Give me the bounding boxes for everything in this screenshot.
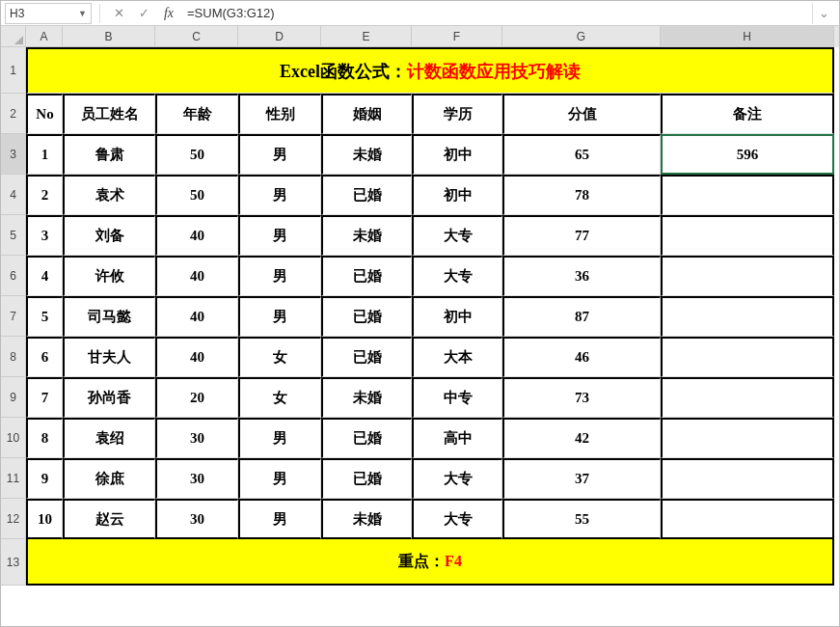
data-cell[interactable]: 78 (502, 175, 661, 215)
column-header-E[interactable]: E (321, 26, 412, 47)
data-cell[interactable]: 40 (155, 256, 238, 296)
data-cell[interactable]: 5 (26, 296, 63, 337)
data-cell[interactable]: 已婚 (321, 418, 412, 458)
data-cell[interactable]: 37 (502, 458, 661, 499)
data-cell[interactable]: 男 (238, 458, 321, 499)
data-cell[interactable]: 已婚 (321, 458, 412, 499)
data-cell[interactable]: 3 (26, 215, 63, 256)
data-cell[interactable]: 46 (502, 337, 661, 377)
data-cell[interactable]: 30 (155, 418, 238, 458)
data-cell[interactable] (661, 418, 834, 458)
data-cell[interactable]: 8 (26, 418, 63, 458)
data-cell[interactable]: 已婚 (321, 256, 412, 296)
data-cell[interactable]: 未婚 (321, 377, 412, 418)
data-cell[interactable]: 司马懿 (63, 296, 155, 337)
data-cell[interactable]: 赵云 (63, 499, 155, 539)
data-cell[interactable]: 中专 (412, 377, 502, 418)
row-header-2[interactable]: 2 (1, 94, 26, 134)
data-cell[interactable]: 袁绍 (63, 418, 155, 458)
data-cell[interactable]: 袁术 (63, 175, 155, 215)
expand-formula-bar-icon[interactable]: ⌄ (812, 3, 835, 24)
data-cell[interactable]: 4 (26, 256, 63, 296)
row-header-9[interactable]: 9 (1, 377, 26, 418)
data-cell[interactable]: 男 (238, 134, 321, 175)
footer-cell[interactable]: 重点：F4 (26, 539, 834, 586)
data-cell[interactable]: 50 (155, 134, 238, 175)
data-cell[interactable]: 徐庶 (63, 458, 155, 499)
formula-input[interactable] (183, 3, 808, 24)
data-cell[interactable]: 未婚 (321, 215, 412, 256)
data-cell[interactable]: 6 (26, 337, 63, 377)
data-cell[interactable] (661, 337, 834, 377)
row-header-8[interactable]: 8 (1, 337, 26, 377)
header-cell[interactable]: 性别 (238, 94, 321, 134)
confirm-icon[interactable]: ✓ (133, 3, 154, 24)
row-header-1[interactable]: 1 (1, 47, 26, 94)
data-cell[interactable]: 男 (238, 256, 321, 296)
row-header-10[interactable]: 10 (1, 418, 26, 458)
data-cell[interactable]: 73 (502, 377, 661, 418)
data-cell[interactable]: 9 (26, 458, 63, 499)
data-cell[interactable]: 初中 (412, 296, 502, 337)
header-cell[interactable]: No (26, 94, 63, 134)
data-cell[interactable]: 孙尚香 (63, 377, 155, 418)
data-cell[interactable]: 已婚 (321, 175, 412, 215)
data-cell[interactable]: 40 (155, 215, 238, 256)
data-cell[interactable] (661, 256, 834, 296)
column-header-A[interactable]: A (26, 26, 63, 47)
header-cell[interactable]: 分值 (502, 94, 661, 134)
row-header-3[interactable]: 3 (1, 134, 26, 175)
data-cell[interactable]: 36 (502, 256, 661, 296)
data-cell[interactable]: 男 (238, 215, 321, 256)
data-cell[interactable]: 40 (155, 296, 238, 337)
data-cell[interactable]: 65 (502, 134, 661, 175)
row-header-7[interactable]: 7 (1, 296, 26, 337)
fx-icon[interactable]: fx (158, 3, 179, 24)
data-cell[interactable]: 刘备 (63, 215, 155, 256)
data-cell[interactable]: 大专 (412, 215, 502, 256)
data-cell[interactable]: 7 (26, 377, 63, 418)
header-cell[interactable]: 婚姻 (321, 94, 412, 134)
select-all-button[interactable] (1, 26, 26, 47)
row-header-6[interactable]: 6 (1, 256, 26, 296)
data-cell[interactable]: 42 (502, 418, 661, 458)
data-cell[interactable]: 大专 (412, 458, 502, 499)
data-cell[interactable]: 大本 (412, 337, 502, 377)
data-cell[interactable]: 2 (26, 175, 63, 215)
cancel-icon[interactable]: ✕ (108, 3, 129, 24)
data-cell[interactable]: 女 (238, 337, 321, 377)
data-cell[interactable] (661, 499, 834, 539)
data-cell[interactable] (661, 458, 834, 499)
data-cell[interactable]: 50 (155, 175, 238, 215)
row-header-4[interactable]: 4 (1, 175, 26, 215)
data-cell[interactable]: 男 (238, 296, 321, 337)
data-cell[interactable]: 40 (155, 337, 238, 377)
data-cell[interactable]: 1 (26, 134, 63, 175)
data-cell[interactable] (661, 175, 834, 215)
row-header-12[interactable]: 12 (1, 499, 26, 539)
data-cell[interactable]: 30 (155, 458, 238, 499)
column-header-D[interactable]: D (238, 26, 321, 47)
data-cell[interactable] (661, 215, 834, 256)
header-cell[interactable]: 员工姓名 (63, 94, 155, 134)
data-cell[interactable]: 鲁肃 (63, 134, 155, 175)
data-cell[interactable]: 30 (155, 499, 238, 539)
data-cell[interactable]: 大专 (412, 499, 502, 539)
header-cell[interactable]: 备注 (661, 94, 834, 134)
data-cell[interactable] (661, 296, 834, 337)
data-cell[interactable]: 男 (238, 499, 321, 539)
data-cell[interactable]: 女 (238, 377, 321, 418)
header-cell[interactable]: 学历 (412, 94, 502, 134)
data-cell[interactable]: 甘夫人 (63, 337, 155, 377)
data-cell[interactable]: 高中 (412, 418, 502, 458)
row-header-5[interactable]: 5 (1, 215, 26, 256)
header-cell[interactable]: 年龄 (155, 94, 238, 134)
name-box[interactable]: H3 ▼ (5, 3, 92, 24)
row-header-11[interactable]: 11 (1, 458, 26, 499)
data-cell[interactable]: 许攸 (63, 256, 155, 296)
column-header-G[interactable]: G (502, 26, 661, 47)
data-cell[interactable] (661, 377, 834, 418)
title-cell[interactable]: Excel函数公式：计数函数应用技巧解读 (26, 47, 834, 94)
data-cell[interactable]: 55 (502, 499, 661, 539)
data-cell[interactable]: 初中 (412, 134, 502, 175)
